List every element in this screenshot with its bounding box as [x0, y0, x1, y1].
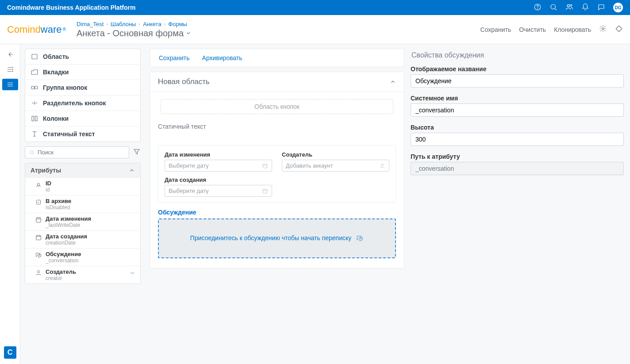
archive-button[interactable]: Архивировать: [202, 54, 242, 61]
canvas-toolbar: Сохранить Архивировать: [150, 49, 404, 67]
attr-archive[interactable]: В архивеisDisabled: [25, 195, 140, 213]
pal-button-group[interactable]: Группа кнопок: [25, 80, 140, 96]
svg-rect-11: [35, 86, 38, 89]
chevron-up-icon: [129, 167, 135, 173]
rail-item-1[interactable]: [2, 64, 18, 75]
palette-components: Область Вкладки Группа кнопок Разделител…: [25, 49, 141, 142]
pal-button-separator[interactable]: Разделитель кнопок: [25, 96, 140, 111]
svg-point-5: [602, 28, 604, 30]
calendar-icon: [262, 188, 268, 194]
button-area-placeholder[interactable]: Область кнопок: [161, 99, 393, 114]
rail-bottom-logo[interactable]: C: [4, 346, 16, 359]
field-created-date: Дата создания Выберите дату: [165, 176, 272, 197]
chevron-down-icon: [129, 269, 136, 276]
prop-label-path: Путь к атрибуту: [411, 153, 624, 160]
attr-id[interactable]: IDid: [25, 177, 140, 195]
attr-conversation[interactable]: Обсуждение_conversation: [25, 248, 140, 266]
static-text-block[interactable]: Статичный текст: [158, 123, 396, 130]
svg-rect-19: [263, 164, 267, 168]
palette-panel: Область Вкладки Группа кнопок Разделител…: [20, 44, 145, 364]
fields-grid: Дата изменения Выберите дату Создатель Д…: [158, 145, 396, 203]
svg-rect-10: [31, 86, 34, 89]
clone-action[interactable]: Клонировать: [554, 26, 591, 33]
account-input[interactable]: Добавить аккаунт: [282, 160, 389, 172]
attr-created[interactable]: Дата созданияcreationDate: [25, 230, 140, 248]
discussion-label: Обсуждение: [158, 209, 396, 216]
main: C Область Вкладки Группа кнопок Разделит…: [0, 44, 630, 364]
properties-title: Свойства обсуждения: [411, 49, 624, 65]
page-title: Анкета - Основная форма: [77, 28, 480, 38]
attr-creator[interactable]: Создательcreator: [25, 266, 140, 284]
svg-point-4: [570, 4, 572, 6]
svg-rect-13: [35, 116, 38, 121]
clear-action[interactable]: Очистить: [519, 26, 546, 33]
prop-input-system[interactable]: [411, 103, 624, 117]
palette-search-row: [25, 146, 141, 158]
chat-icon[interactable]: [597, 3, 605, 12]
save-button[interactable]: Сохранить: [159, 54, 190, 61]
svg-point-1: [538, 8, 538, 9]
header-center: Dima_Test› Шаблоны› Анкета› Формы Анкета…: [77, 21, 480, 38]
topbar: Comindware Business Application Platform…: [0, 0, 630, 15]
field-creator: Создатель Добавить аккаунт: [282, 151, 389, 197]
left-rail: C: [0, 44, 20, 364]
header-actions: Сохранить Очистить Клонировать: [480, 25, 623, 34]
search-icon[interactable]: [549, 3, 557, 12]
attributes-header[interactable]: Атрибуты: [25, 163, 140, 177]
prop-input-height[interactable]: [411, 133, 624, 146]
rail-item-2[interactable]: [2, 79, 18, 90]
chat-icon: [356, 234, 364, 242]
date-input-created[interactable]: Выберите дату: [165, 185, 272, 197]
pal-static-text[interactable]: Статичный текст: [25, 126, 140, 142]
prop-label-display: Отображаемое название: [411, 65, 624, 73]
logo: Comindware®: [7, 24, 66, 35]
date-input-modified[interactable]: Выберите дату: [165, 160, 272, 172]
svg-point-14: [30, 150, 33, 153]
calendar-icon: [262, 163, 268, 169]
diamond-icon[interactable]: [615, 25, 623, 34]
chevron-down-icon[interactable]: [185, 30, 192, 36]
discussion-box[interactable]: Присоединитесь к обсуждению чтобы начать…: [158, 218, 396, 258]
prop-input-display[interactable]: [411, 74, 624, 88]
avatar[interactable]: DG: [613, 3, 623, 12]
region-header[interactable]: Новая область: [150, 72, 404, 92]
search-icon: [29, 149, 35, 156]
svg-point-7: [12, 69, 13, 70]
pal-tabs[interactable]: Вкладки: [25, 65, 140, 80]
svg-point-20: [381, 164, 384, 166]
gear-icon[interactable]: [599, 25, 607, 34]
attr-modified[interactable]: Дата изменения_lastWriteDate: [25, 213, 140, 230]
svg-point-18: [37, 271, 39, 273]
person-icon: [379, 163, 385, 169]
help-icon[interactable]: [534, 3, 542, 12]
svg-point-6: [12, 67, 13, 68]
people-icon[interactable]: [565, 3, 573, 12]
svg-rect-17: [36, 235, 41, 240]
svg-point-3: [567, 4, 569, 7]
crumb-1[interactable]: Шаблоны: [111, 21, 136, 27]
svg-rect-21: [263, 189, 267, 193]
svg-point-2: [551, 4, 556, 9]
crumb-0[interactable]: Dima_Test: [77, 21, 104, 27]
chevron-up-icon: [390, 79, 396, 85]
search-input[interactable]: [25, 146, 129, 158]
topbar-icons: DG: [534, 3, 623, 12]
save-action[interactable]: Сохранить: [480, 26, 511, 33]
prop-label-height: Высота: [411, 124, 624, 131]
svg-rect-9: [32, 54, 37, 59]
bell-icon[interactable]: [581, 3, 589, 12]
pal-columns[interactable]: Колонки: [25, 111, 140, 126]
crumb-2[interactable]: Анкета: [143, 21, 161, 27]
rail-collapse[interactable]: [2, 49, 18, 60]
filter-icon[interactable]: [133, 148, 141, 157]
prop-label-system: Системное имя: [411, 95, 624, 102]
breadcrumb: Dima_Test› Шаблоны› Анкета› Формы: [77, 21, 480, 27]
pal-region[interactable]: Область: [25, 49, 140, 65]
prop-input-path: [411, 162, 624, 175]
crumb-3[interactable]: Формы: [168, 21, 187, 27]
svg-point-8: [12, 71, 13, 72]
region-box: Новая область Область кнопок Статичный т…: [150, 72, 404, 268]
header: Comindware® Dima_Test› Шаблоны› Анкета› …: [0, 15, 630, 44]
region-body: Область кнопок Статичный текст Дата изме…: [150, 92, 404, 268]
svg-rect-16: [36, 218, 41, 222]
